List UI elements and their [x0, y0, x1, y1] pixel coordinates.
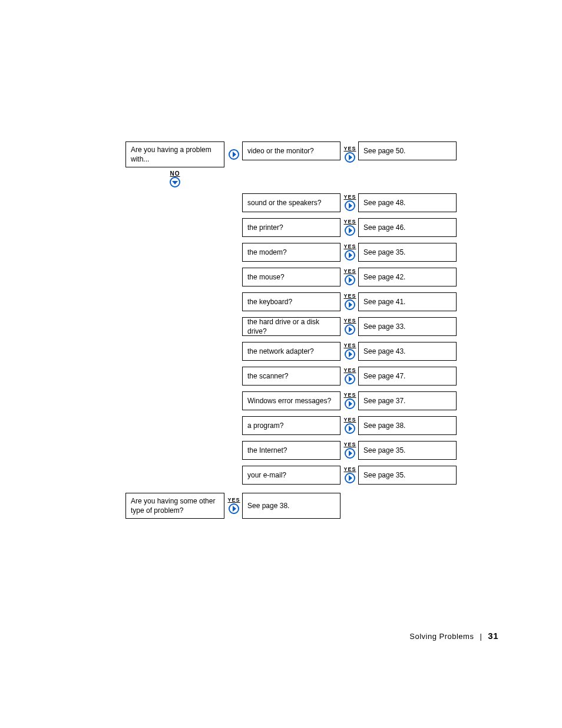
problem-text: sound or the speakers?	[247, 198, 321, 207]
arrow-right-icon	[345, 398, 355, 409]
section-title: Solving Problems	[409, 632, 474, 641]
flow-row: the mouse?YESSee page 42.	[125, 268, 461, 286]
yes-label: YES	[343, 417, 356, 423]
yes-connector: YES	[340, 441, 358, 460]
spacer	[125, 391, 224, 410]
flow-row: your e-mail?YESSee page 35.	[125, 466, 461, 485]
yes-connector: YES	[340, 466, 358, 485]
no-connector: NO	[125, 171, 224, 190]
yes-label: YES	[343, 294, 356, 299]
empty-connector	[224, 243, 242, 262]
page-footer: Solving Problems | 31	[409, 631, 498, 641]
answer-text: See page 46.	[363, 223, 405, 232]
empty-connector	[224, 342, 242, 361]
question-problem-with: Are you having a problem with...	[125, 141, 224, 167]
yes-connector: YES	[340, 391, 358, 410]
empty-connector	[224, 416, 242, 435]
yes-connector: YES	[340, 292, 358, 311]
answer-box: See page 37.	[358, 391, 457, 410]
arrow-right-icon	[345, 200, 355, 211]
flow-row: sound or the speakers?YESSee page 48.	[125, 193, 461, 212]
yes-label: YES	[343, 368, 356, 373]
empty-connector	[224, 317, 242, 336]
empty-connector	[224, 367, 242, 386]
answer-box: See page 43.	[358, 342, 457, 361]
yes-label: YES	[343, 195, 356, 200]
page: Are you having a problem with... video o…	[0, 0, 562, 728]
problem-text: the network adapter?	[247, 347, 314, 356]
problem-text: a program?	[247, 421, 283, 430]
answer-box: See page 38.	[242, 493, 340, 519]
problem-text: the scanner?	[247, 371, 288, 381]
page-number: 31	[488, 631, 498, 641]
yes-label: YES	[343, 244, 356, 249]
answer-box: See page 35.	[358, 441, 457, 460]
arrow-right-icon	[345, 473, 355, 483]
empty-connector	[224, 292, 242, 311]
problem-text: the Internet?	[247, 446, 287, 455]
flow-row: the network adapter?YESSee page 43.	[125, 342, 461, 361]
problem-text: the keyboard?	[247, 297, 292, 307]
footer-separator: |	[480, 632, 482, 641]
arrow-right-icon	[345, 275, 355, 285]
answer-text: See page 37.	[363, 396, 405, 406]
arrow-right-icon	[229, 149, 239, 160]
answer-box: See page 41.	[358, 292, 457, 311]
problem-text: your e-mail?	[247, 470, 286, 480]
flow-row: a program?YESSee page 38.	[125, 416, 461, 435]
answer-text: See page 33.	[363, 322, 405, 331]
problem-text: video or the monitor?	[247, 146, 314, 156]
spacer	[125, 342, 224, 361]
arrow-right-icon	[345, 349, 355, 360]
arrow-right-icon	[345, 225, 355, 236]
troubleshooting-flowchart: Are you having a problem with... video o…	[125, 141, 461, 525]
yes-connector: YES	[340, 367, 358, 386]
yes-connector: YES	[340, 193, 358, 212]
problem-text: the hard drive or a disk drive?	[247, 317, 335, 336]
arrow-down-icon	[170, 177, 180, 187]
spacer	[125, 466, 224, 485]
yes-connector: YES	[224, 493, 242, 519]
answer-text: See page 35.	[363, 446, 405, 455]
yes-connector: YES	[340, 243, 358, 262]
answer-text: See page 38.	[363, 421, 405, 430]
answer-box: See page 35.	[358, 466, 457, 485]
problem-box: the printer?	[242, 218, 340, 237]
empty-connector	[224, 193, 242, 212]
yes-label: YES	[343, 393, 356, 398]
arrow-right-icon	[345, 324, 355, 335]
empty-connector	[224, 268, 242, 286]
spacer	[125, 243, 224, 262]
problem-box: the hard drive or a disk drive?	[242, 317, 340, 336]
answer-box: See page 33.	[358, 317, 457, 336]
answer-box: See page 50.	[358, 141, 457, 160]
answer-text: See page 42.	[363, 272, 405, 282]
question-other-problem: Are you having some other type of proble…	[125, 493, 224, 519]
problem-box: the modem?	[242, 243, 340, 262]
spacer	[125, 441, 224, 460]
answer-box: See page 35.	[358, 243, 457, 262]
flow-row: the scanner?YESSee page 47.	[125, 367, 461, 386]
spacer	[125, 317, 224, 336]
yes-label: YES	[227, 498, 240, 503]
arrow-right-icon	[345, 423, 355, 434]
yes-connector: YES	[340, 416, 358, 435]
yes-connector: YES	[340, 218, 358, 237]
flow-row: the hard drive or a disk drive?YESSee pa…	[125, 317, 461, 336]
problem-box: sound or the speakers?	[242, 193, 340, 212]
flow-row: the keyboard?YESSee page 41.	[125, 292, 461, 311]
question-text: Are you having a problem with...	[131, 145, 219, 164]
yes-label: YES	[343, 318, 356, 324]
answer-text: See page 35.	[363, 248, 405, 257]
flow-row: Windows error messages?YESSee page 37.	[125, 391, 461, 410]
spacer	[125, 367, 224, 386]
flow-rows-rest: sound or the speakers?YESSee page 48.the…	[125, 193, 461, 485]
problem-box: Windows error messages?	[242, 391, 340, 410]
no-label: NO	[125, 171, 224, 177]
answer-text: See page 38.	[247, 501, 289, 510]
yes-label: YES	[343, 269, 356, 274]
flow-row-start: Are you having a problem with... video o…	[125, 141, 461, 167]
arrow-right-icon	[345, 448, 355, 459]
yes-label: YES	[343, 146, 356, 151]
answer-text: See page 48.	[363, 198, 405, 207]
